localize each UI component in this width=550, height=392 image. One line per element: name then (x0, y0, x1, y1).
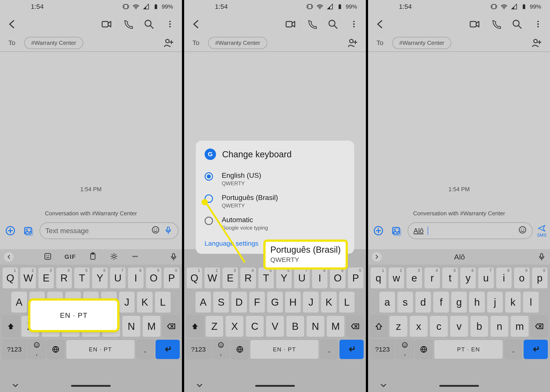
key-a[interactable]: A (195, 291, 211, 313)
spacebar[interactable]: EN · PT (66, 340, 135, 359)
language-key[interactable] (415, 340, 432, 359)
recipient-chip[interactable]: #Warranty Center (392, 37, 451, 49)
search-button[interactable] (327, 18, 338, 29)
enter-key[interactable] (156, 340, 180, 359)
key-u[interactable]: U7 (110, 267, 126, 289)
gallery-button[interactable] (22, 224, 35, 238)
emoji-key[interactable]: , (396, 340, 413, 359)
key-o[interactable]: o9 (514, 267, 530, 289)
symbols-key[interactable]: ?123 (186, 340, 210, 359)
key-s[interactable]: s (397, 291, 413, 313)
voice-typing-button[interactable] (169, 252, 178, 262)
message-input[interactable]: Alô (408, 222, 532, 239)
key-i[interactable]: I8 (128, 267, 144, 289)
back-button[interactable] (7, 18, 18, 29)
key-r[interactable]: r4 (424, 267, 440, 289)
key-d[interactable]: d (415, 291, 431, 313)
emoji-key[interactable]: , (28, 340, 45, 359)
spacebar[interactable]: PT · EN (434, 340, 503, 359)
backspace-key[interactable] (163, 315, 180, 337)
key-e[interactable]: e3 (406, 267, 422, 289)
nav-pill[interactable] (255, 385, 295, 387)
send-sms-button[interactable]: SMS (537, 224, 546, 238)
key-h[interactable]: H (285, 291, 301, 313)
key-w[interactable]: w2 (388, 267, 404, 289)
more-button[interactable] (164, 18, 175, 29)
add-recipient-button[interactable] (347, 37, 358, 49)
key-m[interactable]: m (510, 315, 529, 337)
key-k[interactable]: K (321, 291, 337, 313)
key-h[interactable]: h (469, 291, 485, 313)
key-d[interactable]: D (231, 291, 247, 313)
key-j[interactable]: J (119, 291, 135, 313)
key-o[interactable]: O9 (146, 267, 162, 289)
key-p[interactable]: P0 (347, 267, 364, 289)
recipient-chip[interactable]: #Warranty Center (208, 37, 267, 49)
key-m[interactable]: M (142, 315, 161, 337)
key-r[interactable]: R4 (240, 267, 256, 289)
recipient-chip[interactable]: #Warranty Center (24, 37, 83, 49)
toolbar-expand-button[interactable] (372, 252, 382, 262)
hide-keyboard-button[interactable] (195, 381, 204, 391)
nav-pill[interactable] (439, 385, 479, 387)
key-g[interactable]: g (451, 291, 467, 313)
add-attachment-button[interactable] (4, 224, 17, 238)
spacebar[interactable]: EN · PT (250, 340, 319, 359)
shift-key[interactable] (2, 315, 19, 337)
key-s[interactable]: S (213, 291, 229, 313)
key-q[interactable]: Q1 (186, 267, 203, 289)
key-p[interactable]: P0 (163, 267, 180, 289)
hide-keyboard-button[interactable] (379, 381, 388, 391)
keyboard-suggestion[interactable]: Alô (382, 253, 537, 261)
back-button[interactable] (191, 18, 202, 29)
search-button[interactable] (511, 18, 522, 29)
key-t[interactable]: T5 (74, 267, 90, 289)
key-i[interactable]: I8 (312, 267, 328, 289)
symbols-key[interactable]: ?123 (370, 340, 394, 359)
key-l[interactable]: L (155, 291, 171, 313)
key-c[interactable]: C (246, 315, 264, 337)
period-key[interactable]: . (137, 340, 154, 359)
add-recipient-button[interactable] (531, 37, 542, 49)
key-v[interactable]: v (450, 315, 468, 337)
key-z[interactable]: Z (205, 315, 224, 337)
toolbar-more-button[interactable] (131, 252, 139, 262)
nav-pill[interactable] (71, 385, 111, 387)
shift-key[interactable] (186, 315, 203, 337)
video-call-button[interactable] (284, 18, 296, 29)
key-n[interactable]: n (490, 315, 509, 337)
key-a[interactable]: A (11, 291, 27, 313)
toolbar-collapse-button[interactable] (4, 252, 14, 262)
keyboard-option-portuguese[interactable]: Português (Brasil)QWERTY (205, 190, 346, 212)
key-r[interactable]: R4 (56, 267, 72, 289)
backspace-key[interactable] (347, 315, 364, 337)
key-w[interactable]: W2 (20, 267, 36, 289)
language-key[interactable] (231, 340, 248, 359)
enter-key[interactable] (524, 340, 548, 359)
gif-button[interactable]: GIF (65, 253, 76, 260)
key-f[interactable]: F (249, 291, 265, 313)
key-f[interactable]: f (433, 291, 449, 313)
key-k[interactable]: k (505, 291, 521, 313)
key-u[interactable]: u7 (478, 267, 494, 289)
enter-key[interactable] (340, 340, 364, 359)
voice-input-button[interactable] (164, 225, 173, 236)
key-c[interactable]: c (430, 315, 448, 337)
back-button[interactable] (375, 18, 386, 29)
message-input[interactable]: Text message (40, 222, 178, 239)
settings-button[interactable] (109, 252, 118, 262)
emoji-key[interactable]: , (212, 340, 230, 359)
clipboard-button[interactable] (88, 252, 97, 262)
key-g[interactable]: G (267, 291, 283, 313)
key-e[interactable]: E3 (38, 267, 54, 289)
search-button[interactable] (143, 18, 154, 29)
gallery-button[interactable] (390, 224, 403, 238)
key-x[interactable]: X (225, 315, 244, 337)
language-key[interactable] (47, 340, 64, 359)
key-a[interactable]: a (379, 291, 395, 313)
key-t[interactable]: t5 (442, 267, 458, 289)
video-call-button[interactable] (101, 18, 112, 29)
period-key[interactable]: . (505, 340, 522, 359)
voice-typing-button[interactable] (537, 252, 546, 262)
key-z[interactable]: z (389, 315, 408, 337)
